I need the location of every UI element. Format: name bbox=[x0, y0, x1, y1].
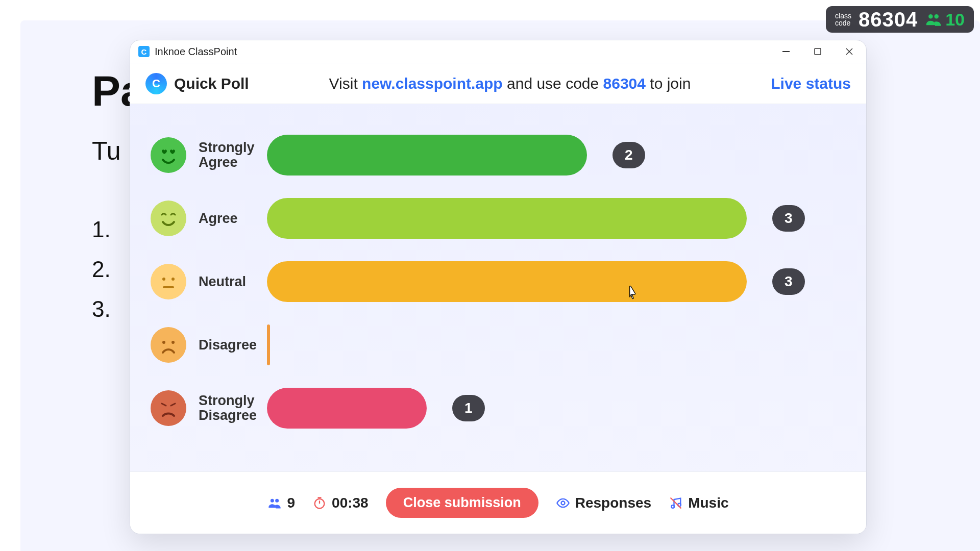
poll-bar[interactable] bbox=[267, 198, 747, 239]
svg-point-4 bbox=[151, 137, 186, 173]
svg-point-7 bbox=[162, 278, 165, 281]
badge-code: 86304 bbox=[859, 9, 918, 30]
poll-row: Disagree 0 bbox=[151, 324, 846, 365]
quickpoll-title: Quick Poll bbox=[174, 75, 249, 92]
poll-count-badge: 2 bbox=[612, 142, 645, 168]
quickpoll-icon: C bbox=[145, 73, 167, 94]
poll-row: Agree 3 bbox=[151, 198, 846, 239]
respondent-count: 9 bbox=[267, 495, 295, 511]
quickpoll-window: C Inknoe ClassPoint C Quick Poll Visit n… bbox=[130, 40, 867, 534]
svg-point-6 bbox=[151, 264, 186, 299]
poll-count-badge: 3 bbox=[772, 205, 805, 232]
poll-row: Neutral 3 bbox=[151, 261, 846, 302]
responses-button[interactable]: Responses bbox=[556, 495, 651, 511]
close-icon bbox=[845, 47, 854, 56]
poll-results-body: Strongly Agree 2 Agree 3 Neutral 3 Disag… bbox=[130, 104, 866, 471]
window-footer: 9 00:38 Close submission Responses Music bbox=[130, 471, 866, 534]
poll-option-label: Disagree bbox=[199, 338, 255, 353]
badge-label: class code bbox=[835, 12, 851, 27]
poll-option-label: Agree bbox=[199, 211, 255, 227]
window-close-button[interactable] bbox=[841, 43, 858, 60]
emoji-frown-icon bbox=[151, 327, 186, 363]
app-icon: C bbox=[138, 46, 150, 57]
window-titlebar: C Inknoe ClassPoint bbox=[130, 40, 866, 63]
svg-point-18 bbox=[671, 505, 674, 508]
join-instructions: Visit new.classpoint.app and use code 86… bbox=[249, 75, 771, 92]
window-minimize-button[interactable] bbox=[777, 43, 795, 60]
window-maximize-button[interactable] bbox=[809, 43, 826, 60]
poll-bar[interactable] bbox=[267, 135, 587, 176]
svg-point-17 bbox=[561, 501, 565, 505]
poll-row: Strongly Agree 2 bbox=[151, 135, 846, 176]
poll-bar[interactable] bbox=[267, 388, 427, 429]
svg-point-11 bbox=[162, 341, 165, 344]
poll-option-label: Neutral bbox=[199, 274, 255, 290]
join-code: 86304 bbox=[603, 75, 646, 92]
music-off-icon bbox=[669, 496, 683, 510]
badge-participants: 10 bbox=[925, 10, 965, 30]
window-header: C Quick Poll Visit new.classpoint.app an… bbox=[130, 63, 866, 104]
music-button[interactable]: Music bbox=[669, 495, 728, 511]
poll-count-badge: 3 bbox=[772, 268, 805, 295]
maximize-icon bbox=[813, 47, 822, 56]
emoji-heart-eyes-icon bbox=[151, 137, 186, 173]
svg-point-5 bbox=[151, 201, 186, 236]
window-title: Inknoe ClassPoint bbox=[155, 46, 237, 58]
poll-option-label: Strongly Agree bbox=[199, 140, 255, 170]
people-icon bbox=[925, 11, 942, 28]
poll-row: Strongly Disagree 1 bbox=[151, 388, 846, 429]
people-icon bbox=[267, 496, 282, 510]
poll-option-label: Strongly Disagree bbox=[199, 393, 255, 423]
live-status-link[interactable]: Live status bbox=[771, 75, 851, 92]
poll-bar[interactable] bbox=[267, 324, 270, 365]
quickpoll-brand: C Quick Poll bbox=[145, 73, 249, 94]
poll-count-badge: 1 bbox=[452, 395, 485, 421]
emoji-smile-icon bbox=[151, 201, 186, 236]
emoji-neutral-icon bbox=[151, 264, 186, 299]
clock-icon bbox=[312, 496, 327, 510]
eye-icon bbox=[556, 496, 570, 510]
svg-point-12 bbox=[172, 341, 175, 344]
poll-bar[interactable] bbox=[267, 261, 747, 302]
join-link[interactable]: new.classpoint.app bbox=[362, 75, 503, 92]
minimize-icon bbox=[781, 47, 791, 56]
timer: 00:38 bbox=[312, 495, 369, 511]
svg-point-10 bbox=[151, 327, 186, 363]
svg-point-13 bbox=[151, 390, 186, 426]
svg-point-8 bbox=[172, 278, 175, 281]
close-submission-button[interactable]: Close submission bbox=[386, 488, 538, 518]
emoji-angry-icon bbox=[151, 390, 186, 426]
svg-rect-1 bbox=[815, 48, 821, 55]
class-code-badge[interactable]: class code 86304 10 bbox=[826, 6, 974, 33]
